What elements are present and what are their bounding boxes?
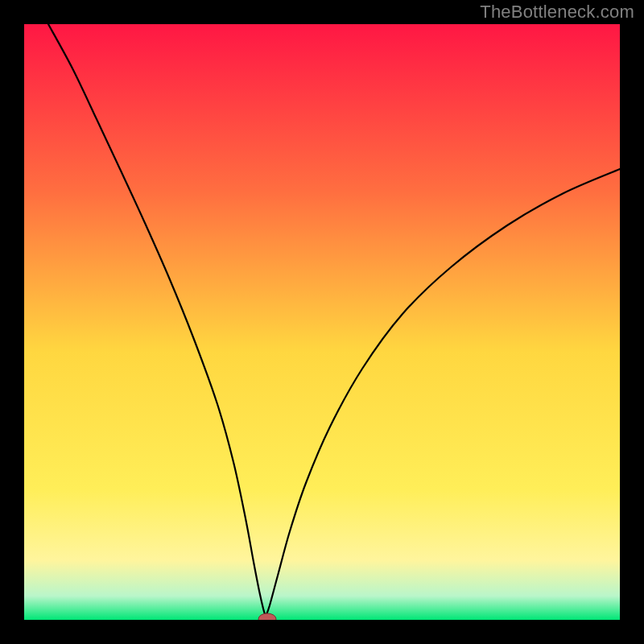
- plot-area: [24, 24, 620, 620]
- watermark-text: TheBottleneck.com: [480, 2, 634, 23]
- gradient-background: [24, 24, 620, 620]
- chart-frame: TheBottleneck.com: [0, 0, 644, 644]
- chart-svg: [24, 24, 620, 620]
